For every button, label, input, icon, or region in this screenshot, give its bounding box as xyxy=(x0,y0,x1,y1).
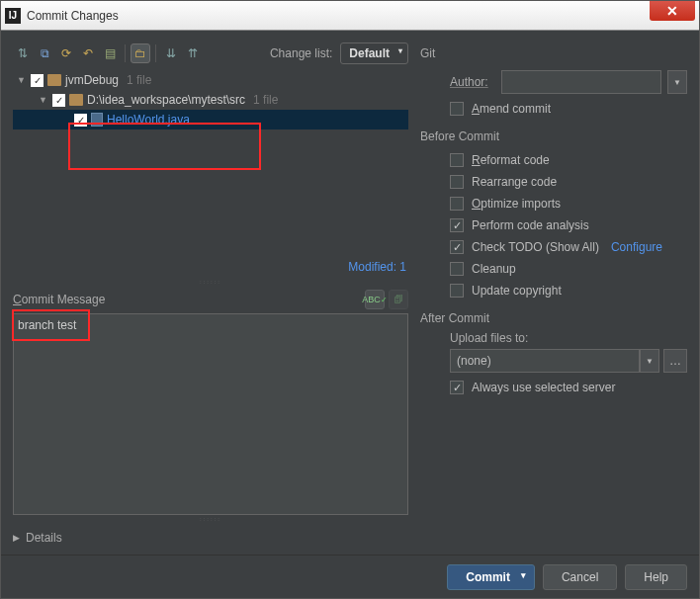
after-commit-title: After Commit xyxy=(420,311,687,325)
rearrange-label: Rearrange code xyxy=(472,175,557,189)
commit-message-label: Commit Message xyxy=(13,293,105,306)
splitter[interactable]: :::::: xyxy=(13,278,408,286)
checkbox[interactable] xyxy=(31,74,44,87)
amend-checkbox[interactable] xyxy=(450,102,464,116)
before-commit-title: Before Commit xyxy=(420,129,687,143)
move-icon[interactable]: ⧉ xyxy=(35,43,54,63)
always-server-checkbox[interactable] xyxy=(450,381,464,394)
refresh-icon[interactable]: ⟳ xyxy=(56,43,76,63)
change-list-select[interactable]: Default ▾ xyxy=(340,43,408,64)
modified-count: Modified: 1 xyxy=(13,256,408,278)
reformat-checkbox[interactable] xyxy=(450,153,464,167)
details-toggle[interactable]: ▶ Details xyxy=(13,531,408,545)
cancel-button[interactable]: Cancel xyxy=(543,564,617,590)
history-icon[interactable]: 🗐 xyxy=(389,290,408,309)
folder-icon xyxy=(47,74,61,86)
copyright-label: Update copyright xyxy=(472,284,562,298)
analysis-label: Perform code analysis xyxy=(472,218,589,232)
help-button[interactable]: Help xyxy=(625,564,687,590)
java-file-icon xyxy=(91,113,103,127)
folder-icon xyxy=(69,94,83,106)
todo-checkbox[interactable] xyxy=(450,240,464,254)
spellcheck-icon[interactable]: ABC✓ xyxy=(365,290,385,309)
close-button[interactable]: ✕ xyxy=(650,1,695,21)
author-label: Author: xyxy=(450,75,495,89)
todo-label: Check TODO (Show All) xyxy=(472,240,599,254)
file-tree[interactable]: ▼ jvmDebug 1 file ▼ D:\idea_workspace\my… xyxy=(13,70,408,256)
upload-select[interactable]: (none) xyxy=(450,349,640,373)
collapse-all-icon[interactable]: ⇈ xyxy=(183,43,203,63)
git-section-title: Git xyxy=(420,46,687,60)
amend-label: Amend commit xyxy=(472,102,551,116)
file-toolbar: ⇅ ⧉ ⟳ ↶ ▤ 🗀 ⇊ ⇈ Change list: Default ▾ xyxy=(13,41,408,66)
expand-all-icon[interactable]: ⇊ xyxy=(161,43,181,63)
configure-link[interactable]: Configure xyxy=(611,240,662,254)
author-dropdown[interactable]: ▼ xyxy=(667,70,687,94)
optimize-checkbox[interactable] xyxy=(450,197,464,211)
change-list-label: Change list: xyxy=(270,46,332,60)
tree-folder[interactable]: ▼ D:\idea_workspace\mytest\src 1 file xyxy=(13,90,408,110)
rearrange-checkbox[interactable] xyxy=(450,175,464,189)
tree-root[interactable]: ▼ jvmDebug 1 file xyxy=(13,70,408,90)
tree-file[interactable]: HelloWorld.java xyxy=(13,110,408,129)
author-input[interactable] xyxy=(501,70,661,94)
show-diff-icon[interactable]: ⇅ xyxy=(13,43,33,63)
checkbox[interactable] xyxy=(52,94,65,107)
app-icon: IJ xyxy=(5,8,21,24)
group-by-dir-icon[interactable]: 🗀 xyxy=(131,43,150,63)
commit-button[interactable]: Commit xyxy=(447,564,535,590)
optimize-label: Optimize imports xyxy=(472,197,561,211)
titlebar: IJ Commit Changes ✕ xyxy=(1,1,699,31)
reformat-label: Reformat code xyxy=(472,153,550,167)
copyright-checkbox[interactable] xyxy=(450,284,464,298)
upload-browse-button[interactable]: … xyxy=(663,349,687,373)
rollback-icon[interactable]: ↶ xyxy=(78,43,98,63)
splitter[interactable]: :::::: xyxy=(13,515,408,523)
window-title: Commit Changes xyxy=(27,9,650,23)
upload-dropdown[interactable]: ▼ xyxy=(640,349,659,373)
analysis-checkbox[interactable] xyxy=(450,218,464,232)
cleanup-checkbox[interactable] xyxy=(450,262,464,276)
cleanup-label: Cleanup xyxy=(472,262,516,276)
upload-label: Upload files to: xyxy=(450,331,687,345)
commit-message-input[interactable]: branch test xyxy=(13,313,408,515)
always-server-label: Always use selected server xyxy=(472,381,615,394)
new-changelist-icon[interactable]: ▤ xyxy=(100,43,120,63)
checkbox[interactable] xyxy=(74,114,87,127)
